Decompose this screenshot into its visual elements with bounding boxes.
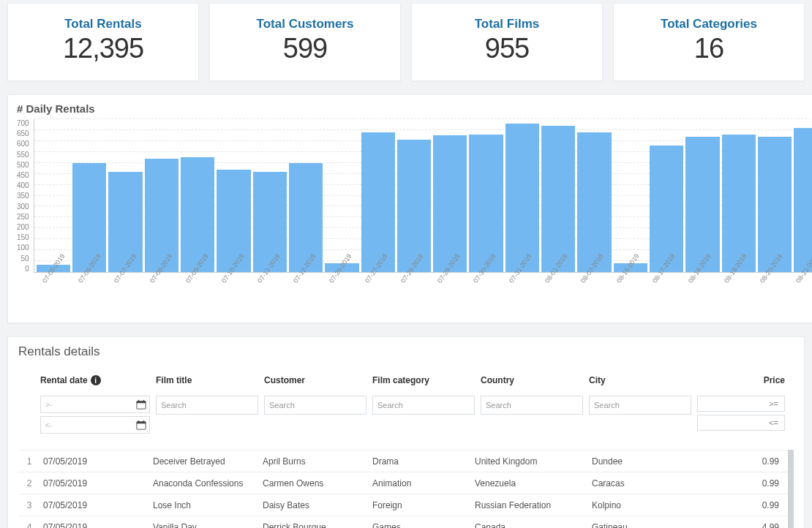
date-to-input[interactable]: <- xyxy=(40,416,150,434)
cell-country: Russian Federation xyxy=(472,500,589,510)
bar[interactable] xyxy=(541,126,575,272)
date-from-input[interactable]: >- xyxy=(40,396,150,413)
kpi-value: 16 xyxy=(621,33,797,64)
cell-film: Vanilla Day xyxy=(150,522,260,529)
bar[interactable] xyxy=(505,124,539,272)
cell-customer: April Burns xyxy=(260,456,369,467)
cell-date: 07/05/2019 xyxy=(40,522,150,529)
col-header-country: Country xyxy=(481,375,583,390)
cell-film: Deceiver Betrayed xyxy=(150,456,260,467)
cell-customer: Daisy Bates xyxy=(260,500,369,510)
cell-category: Foreign xyxy=(369,500,472,510)
bar[interactable] xyxy=(433,135,467,272)
cell-customer: Carmen Owens xyxy=(260,478,369,489)
filter-category[interactable]: Search xyxy=(372,396,475,415)
kpi-value: 599 xyxy=(217,33,393,64)
y-axis: 7006506005505004504003503002502001501005… xyxy=(17,119,34,273)
bar[interactable] xyxy=(650,146,683,272)
kpi-total-customers: Total Customers 599 xyxy=(209,3,401,81)
svg-rect-5 xyxy=(137,422,146,424)
table-row[interactable]: 107/05/2019Deceiver BetrayedApril BurnsD… xyxy=(18,450,794,472)
kpi-title: Total Categories xyxy=(621,17,797,31)
filter-country[interactable]: Search xyxy=(481,396,583,415)
cell-price: 4.99 xyxy=(743,522,794,529)
cell-date: 07/05/2019 xyxy=(40,500,150,510)
daily-rentals-panel: # Daily Rentals 700650600550500450400350… xyxy=(7,94,812,323)
cell-film: Lose Inch xyxy=(150,500,260,510)
charts-row: # Daily Rentals 700650600550500450400350… xyxy=(0,94,812,323)
row-index: 3 xyxy=(18,500,40,510)
filter-rental-date: >- <- xyxy=(40,396,150,434)
kpi-title: Total Films xyxy=(419,17,595,31)
x-axis: 07-05-201907-06-201907-07-201907-08-2019… xyxy=(39,273,812,317)
cell-price: 0.99 xyxy=(743,478,794,489)
bar[interactable] xyxy=(181,157,214,272)
kpi-title: Total Customers xyxy=(217,17,393,31)
bar[interactable] xyxy=(145,159,178,272)
cell-date: 07/05/2019 xyxy=(40,478,150,489)
kpi-total-rentals: Total Rentals 12,395 xyxy=(7,3,199,81)
col-header-category: Film category xyxy=(372,375,475,390)
cell-price: 0.99 xyxy=(743,500,794,510)
svg-rect-1 xyxy=(137,401,146,404)
bar[interactable] xyxy=(469,135,503,272)
table-row[interactable]: 307/05/2019Lose InchDaisy BatesForeignRu… xyxy=(18,494,794,516)
bar[interactable] xyxy=(722,135,756,272)
kpi-row: Total Rentals 12,395 Total Customers 599… xyxy=(0,3,812,81)
col-header-film-title: Film title xyxy=(156,375,258,390)
bar[interactable] xyxy=(758,137,792,272)
col-header-price: Price xyxy=(697,375,785,390)
rentals-table: 107/05/2019Deceiver BetrayedApril BurnsD… xyxy=(18,450,794,528)
kpi-value: 955 xyxy=(419,33,595,64)
cell-category: Drama xyxy=(369,456,472,467)
filter-city[interactable]: Search xyxy=(589,396,691,415)
cell-category: Animation xyxy=(369,478,472,489)
filter-customer[interactable]: Search xyxy=(264,396,366,415)
cell-customer: Derrick Bourque xyxy=(260,522,369,529)
bar[interactable] xyxy=(361,132,395,272)
cell-country: United Kingdom xyxy=(472,456,589,467)
bar[interactable] xyxy=(397,140,431,272)
kpi-total-categories: Total Categories 16 xyxy=(613,3,805,81)
table-row[interactable]: 207/05/2019Anaconda ConfessionsCarmen Ow… xyxy=(18,472,794,494)
filter-price: >= <= xyxy=(697,396,785,434)
kpi-title: Total Rentals xyxy=(15,17,191,31)
col-header-city: City xyxy=(589,375,691,390)
info-icon[interactable]: i xyxy=(91,375,101,385)
table-row[interactable]: 407/05/2019Vanilla DayDerrick BourqueGam… xyxy=(18,516,794,528)
cell-city: Kolpino xyxy=(589,500,743,510)
cell-date: 07/05/2019 xyxy=(40,456,150,467)
cell-country: Venezuela xyxy=(472,478,589,489)
scrollbar[interactable] xyxy=(788,450,794,528)
filter-film-title[interactable]: Search xyxy=(156,396,258,415)
bar[interactable] xyxy=(685,137,719,272)
filter-header: Rental date i Film title Customer Film c… xyxy=(18,375,794,434)
rentals-details-panel: Rentals details Rental date i Film title… xyxy=(7,336,805,528)
cell-city: Dundee xyxy=(589,456,743,467)
daily-rentals-chart[interactable]: 7006506005505004504003503002502001501005… xyxy=(17,119,812,273)
kpi-total-films: Total Films 955 xyxy=(411,3,603,81)
col-header-rental-date: Rental date i xyxy=(40,375,150,390)
bar[interactable] xyxy=(289,163,323,272)
col-header-customer: Customer xyxy=(264,375,366,390)
cell-price: 0.99 xyxy=(743,456,794,467)
row-index: 4 xyxy=(18,522,40,529)
cell-film: Anaconda Confessions xyxy=(150,478,260,489)
cell-category: Games xyxy=(369,522,472,529)
row-index: 2 xyxy=(18,478,40,489)
row-index: 1 xyxy=(18,456,40,467)
cell-city: Gatineau xyxy=(589,522,743,529)
bar[interactable] xyxy=(794,128,812,272)
chart-bars xyxy=(34,119,812,272)
calendar-icon[interactable] xyxy=(133,399,149,410)
cell-country: Canada xyxy=(472,522,589,529)
cell-city: Caracas xyxy=(589,478,743,489)
price-ge-input[interactable]: >= xyxy=(697,396,785,412)
panel-title: Rentals details xyxy=(18,344,794,359)
price-le-input[interactable]: <= xyxy=(697,415,785,431)
calendar-icon[interactable] xyxy=(133,420,149,430)
kpi-value: 12,395 xyxy=(15,33,191,64)
bar[interactable] xyxy=(577,132,611,272)
chart-plot xyxy=(34,119,812,273)
chart-title: # Daily Rentals xyxy=(17,102,812,115)
